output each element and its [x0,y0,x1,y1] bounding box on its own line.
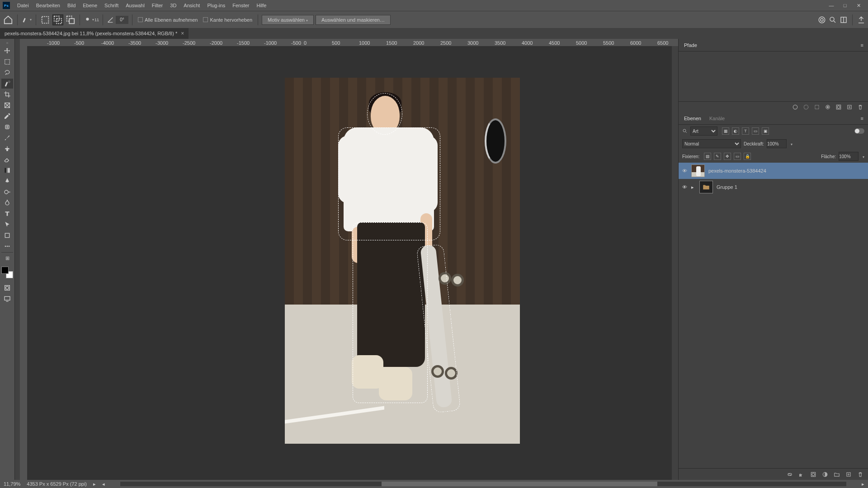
color-swatches[interactable] [1,267,13,278]
menu-ebene[interactable]: Ebene [79,0,101,11]
more-tools[interactable] [1,241,13,251]
scroll-right-icon[interactable]: ▸ [862,481,864,487]
spot-tool[interactable] [1,198,13,208]
type-tool[interactable] [1,209,13,219]
selection-to-path-icon[interactable] [825,104,831,110]
add-mask-icon[interactable] [835,104,842,110]
delete-layer-icon[interactable] [857,471,863,478]
search-icon[interactable] [682,128,688,134]
blend-mode-select[interactable]: Normal [682,139,741,148]
filter-adjust-icon[interactable]: ◐ [732,127,739,135]
eyedropper-tool[interactable] [1,111,13,121]
pen-tool[interactable] [1,176,13,186]
clone-stamp-tool[interactable] [1,144,13,154]
collapsed-panel-strip[interactable] [14,39,20,480]
horizontal-scrollbar[interactable] [120,482,846,486]
menu-3d[interactable]: 3D [166,0,180,11]
visibility-toggle-icon[interactable]: 👁 [681,168,688,174]
visibility-toggle-icon[interactable]: 👁 [681,184,688,190]
share-icon[interactable] [857,16,865,24]
cloud-sync-icon[interactable] [818,16,826,24]
document-canvas[interactable] [27,46,672,480]
scroll-left-icon[interactable]: ◂ [102,481,105,487]
new-path-icon[interactable] [846,104,853,110]
lock-paint-icon[interactable]: ✎ [714,153,721,160]
opacity-input[interactable] [767,139,787,148]
opacity-dropdown-icon[interactable] [789,141,793,146]
checkbox-all-layers[interactable]: Alle Ebenen aufnehmen [138,17,198,23]
edit-toolbar-icon[interactable]: ⊞ [1,252,13,262]
layer-row[interactable]: 👁 pexels-monstera-5384424 [679,163,868,179]
crop-tool[interactable] [1,89,13,99]
delete-path-icon[interactable] [857,104,863,110]
filter-toggle[interactable] [854,128,864,134]
lock-all-icon[interactable]: 🔒 [744,153,751,160]
search-icon[interactable] [829,16,837,24]
stroke-path-icon[interactable] [803,104,809,110]
layer-style-icon[interactable]: fx [798,471,805,478]
menu-bild[interactable]: Bild [64,0,79,11]
zoom-level[interactable]: 11,79% [4,481,20,487]
lasso-tool[interactable] [1,68,13,78]
marquee-tool[interactable] [1,57,13,67]
menu-auswahl[interactable]: Auswahl [122,0,148,11]
menu-schrift[interactable]: Schrift [101,0,122,11]
fill-input[interactable] [839,152,859,161]
menu-filter[interactable]: Filter [148,0,166,11]
tool-preset-picker[interactable] [21,14,32,25]
new-layer-icon[interactable] [845,471,852,478]
brush-preset-picker[interactable] [84,14,94,25]
filter-type-icon[interactable]: T [742,127,749,135]
home-icon[interactable] [3,14,14,25]
select-and-mask-button[interactable]: Auswählen und maskieren… [316,15,391,25]
selection-new-icon[interactable] [40,14,51,25]
filter-pixel-icon[interactable]: ▦ [722,127,729,135]
ruler-vertical[interactable] [20,46,27,480]
shape-tool[interactable] [1,230,13,240]
menu-hilfe[interactable]: Hilfe [253,0,270,11]
lock-artboard-icon[interactable]: ▭ [734,153,741,160]
tab-paths[interactable]: Pfade [683,41,698,50]
lock-position-icon[interactable]: ✥ [724,153,731,160]
selection-add-icon[interactable] [52,14,63,25]
window-close-button[interactable]: ✕ [852,1,865,10]
dodge-tool[interactable] [1,187,13,197]
filter-smart-icon[interactable]: ▣ [762,127,769,135]
panel-menu-icon[interactable]: ≡ [861,116,863,121]
lock-transparency-icon[interactable]: ▨ [704,153,711,160]
ruler-horizontal[interactable]: -1000 -500 -4000 -3500 -3000 -2500 -2000… [20,39,678,46]
window-minimize-button[interactable]: — [825,1,838,10]
layer-name[interactable]: Gruppe 1 [717,184,737,190]
quick-selection-tool[interactable] [1,79,13,89]
arrange-docs-icon[interactable] [840,16,848,24]
fill-dropdown-icon[interactable] [861,154,864,159]
status-dropdown-icon[interactable]: ▸ [93,481,96,487]
menu-fenster[interactable]: Fenster [229,0,253,11]
link-layers-icon[interactable] [787,471,793,478]
tab-layers[interactable]: Ebenen [683,114,702,123]
fill-path-icon[interactable] [792,104,798,110]
document-tab[interactable]: pexels-monstera-5384424.jpg bei 11,8% (p… [0,28,189,39]
layer-thumbnail[interactable] [691,164,705,177]
brush-tool[interactable] [1,133,13,143]
healing-brush-tool[interactable] [1,122,13,132]
vertical-scrollbar[interactable] [672,46,678,480]
tools-collapse-icon[interactable]: » [6,41,8,45]
add-mask-icon[interactable] [810,471,816,478]
tab-channels[interactable]: Kanäle [708,114,726,123]
panel-menu-icon[interactable]: ≡ [861,42,863,48]
layer-filter-kind[interactable]: Art [690,127,717,136]
layer-row[interactable]: 👁 ▸ Gruppe 1 [679,179,868,195]
selection-subtract-icon[interactable] [65,14,76,25]
angle-input[interactable]: 0° [116,16,128,24]
menu-plugins[interactable]: Plug-ins [203,0,229,11]
layer-name[interactable]: pexels-monstera-5384424 [708,168,766,174]
adjustment-layer-icon[interactable] [822,471,828,478]
menu-bearbeiten[interactable]: Bearbeiten [33,0,64,11]
path-to-selection-icon[interactable] [814,104,820,110]
select-subject-button[interactable]: Motiv auswählen [262,15,314,25]
eraser-tool[interactable] [1,155,13,164]
frame-tool[interactable] [1,100,13,110]
menu-datei[interactable]: Datei [14,0,33,11]
filter-shape-icon[interactable]: ▭ [752,127,759,135]
